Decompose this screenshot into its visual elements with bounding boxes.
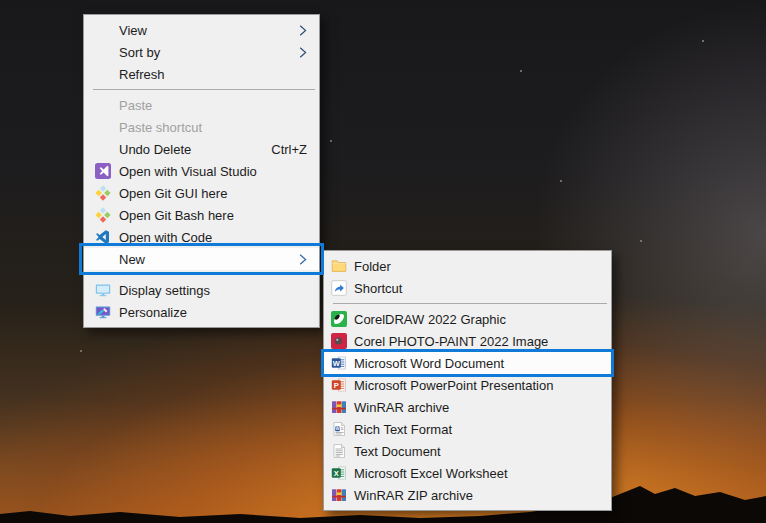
menu-item-display-settings[interactable]: Display settings [84, 279, 319, 301]
chevron-right-icon [299, 47, 307, 58]
shortcut-icon [331, 280, 347, 296]
corel-photo-paint-icon [331, 333, 347, 349]
empty-icon-gutter [94, 251, 111, 267]
menu-item-paste: Paste [84, 94, 319, 116]
git-bash-icon [94, 207, 111, 223]
submenu-item-word-document[interactable]: W Microsoft Word Document [324, 352, 611, 374]
personalize-icon [94, 304, 111, 320]
keyboard-shortcut: Ctrl+Z [271, 142, 307, 157]
menu-item-open-git-gui-here[interactable]: Open Git GUI here [84, 182, 319, 204]
git-gui-icon [94, 185, 111, 201]
desktop-context-menu: View Sort by Refresh Paste Paste shortcu… [83, 14, 320, 328]
word-icon: W [331, 355, 347, 371]
menu-item-refresh[interactable]: Refresh [84, 63, 319, 85]
winrar-icon [331, 399, 347, 415]
menu-item-open-with-code[interactable]: Open with Code [84, 226, 319, 248]
svg-text:X: X [334, 469, 339, 478]
new-submenu: Folder Shortcut CorelDRAW 2022 Graphic C… [323, 250, 612, 511]
chevron-right-icon [299, 254, 307, 265]
menu-item-personalize[interactable]: Personalize [84, 301, 319, 323]
menu-item-paste-shortcut: Paste shortcut [84, 116, 319, 138]
menu-item-open-with-visual-studio[interactable]: Open with Visual Studio [84, 160, 319, 182]
submenu-item-folder[interactable]: Folder [324, 255, 611, 277]
empty-icon-gutter [94, 22, 111, 38]
menu-separator [93, 89, 315, 90]
stars [0, 0, 2, 2]
submenu-item-excel-worksheet[interactable]: X Microsoft Excel Worksheet [324, 462, 611, 484]
svg-text:W: W [336, 426, 340, 431]
empty-icon-gutter [94, 66, 111, 82]
powerpoint-icon: P [331, 377, 347, 393]
menu-item-new[interactable]: New [84, 248, 319, 270]
empty-icon-gutter [94, 119, 111, 135]
submenu-item-text-document[interactable]: Text Document [324, 440, 611, 462]
submenu-item-winrar-zip-archive[interactable]: WinRAR ZIP archive [324, 484, 611, 506]
empty-icon-gutter [94, 97, 111, 113]
empty-icon-gutter [94, 44, 111, 60]
chevron-right-icon [299, 25, 307, 36]
folder-icon [331, 258, 347, 274]
menu-item-view[interactable]: View [84, 19, 319, 41]
svg-text:W: W [333, 359, 341, 368]
visual-studio-icon [94, 163, 111, 179]
menu-item-undo-delete[interactable]: Undo Delete Ctrl+Z [84, 138, 319, 160]
menu-separator [333, 303, 607, 304]
rtf-icon: W [331, 421, 347, 437]
coreldraw-icon [331, 311, 347, 327]
submenu-item-coreldraw-graphic[interactable]: CorelDRAW 2022 Graphic [324, 308, 611, 330]
text-document-icon [331, 443, 347, 459]
empty-icon-gutter [94, 141, 111, 157]
vscode-icon [94, 229, 111, 245]
submenu-item-winrar-archive[interactable]: WinRAR archive [324, 396, 611, 418]
submenu-item-powerpoint-presentation[interactable]: P Microsoft PowerPoint Presentation [324, 374, 611, 396]
menu-item-open-git-bash-here[interactable]: Open Git Bash here [84, 204, 319, 226]
menu-item-sort-by[interactable]: Sort by [84, 41, 319, 63]
submenu-item-corel-photo-paint-image[interactable]: Corel PHOTO-PAINT 2022 Image [324, 330, 611, 352]
display-settings-icon [94, 282, 111, 298]
winrar-zip-icon [331, 487, 347, 503]
excel-icon: X [331, 465, 347, 481]
svg-text:P: P [334, 381, 339, 390]
menu-separator [93, 274, 315, 275]
submenu-item-rich-text-format[interactable]: W Rich Text Format [324, 418, 611, 440]
submenu-item-shortcut[interactable]: Shortcut [324, 277, 611, 299]
